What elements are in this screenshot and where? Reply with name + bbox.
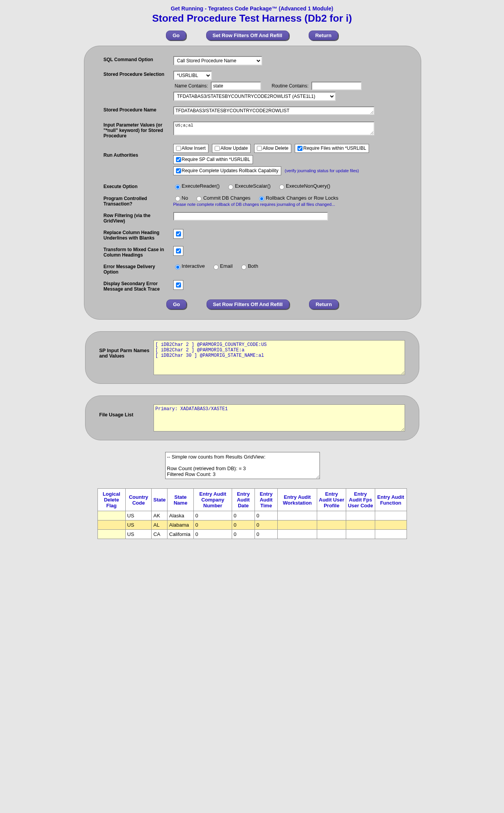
bottom-button-row: Go Set Row Filters Off And Refill Return (104, 300, 401, 309)
grid-cell (97, 511, 125, 520)
grid-header: Entry Audit User Profile (317, 489, 346, 511)
grid-header: State Name (167, 489, 194, 511)
table-row: USALAlabama000 (97, 520, 407, 530)
label-transform-mixed: Transform to Mixed Case in Column Headin… (104, 246, 173, 258)
refill-button[interactable]: Set Row Filters Off And Refill (206, 31, 289, 40)
grid-cell (346, 530, 375, 539)
go-button-bottom[interactable]: Go (166, 300, 186, 309)
grid-cell (375, 511, 407, 520)
grid-cell: 0 (255, 520, 277, 530)
grid-header: Entry Audit Fps User Code (346, 489, 375, 511)
table-row: USAKAlaska000 (97, 511, 407, 520)
routine-contains-input[interactable] (311, 82, 362, 90)
sql-option-select[interactable]: Call Stored Procedure Name (173, 56, 262, 65)
grid-cell: 0 (194, 520, 232, 530)
name-contains-input[interactable] (211, 82, 261, 90)
top-button-row: Go Set Row Filters Off And Refill Return (84, 31, 420, 40)
allow-insert-check[interactable] (176, 146, 181, 151)
go-button[interactable]: Go (166, 31, 186, 40)
grid-cell (375, 530, 407, 539)
allow-insert-label: Allow Insert (182, 145, 206, 151)
label-name-contains: Name Contains: (175, 83, 208, 89)
row-counts-textarea[interactable]: -- Simple row counts from Results GridVi… (165, 452, 320, 479)
grid-header: Entry Audit Workstation (278, 489, 317, 511)
grid-header: Entry Audit Date (232, 489, 255, 511)
require-files-check[interactable] (297, 146, 302, 151)
return-button[interactable]: Return (309, 31, 338, 40)
grid-cell (317, 520, 346, 530)
rowfilter-input[interactable] (173, 212, 328, 221)
file-usage-textarea[interactable]: Primary: XADATABAS3/XASTE1 (154, 404, 405, 431)
allow-update-label: Allow Update (220, 145, 248, 151)
label-file-usage: File Usage List (99, 404, 154, 418)
grid-cell (97, 530, 125, 539)
grid-header: Entry Audit Time (255, 489, 277, 511)
label-routine-contains: Routine Contains: (272, 83, 308, 89)
label-exec-option: Execute Option (104, 183, 173, 189)
grid-cell: 0 (194, 530, 232, 539)
err-both-option[interactable]: Both (239, 263, 258, 269)
input-parms-textarea[interactable]: US;a;al (173, 122, 374, 135)
label-sp-selection: Stored Procedure Selection (104, 71, 173, 77)
grid-cell (375, 520, 407, 530)
grid-cell: US (125, 530, 152, 539)
grid-cell: Alaska (167, 511, 194, 520)
grid-cell: 0 (255, 511, 277, 520)
sp-name-input[interactable]: TFDATABAS3/STATESBYCOUNTRYCODE2ROWLIST (173, 106, 374, 115)
label-display-secondary: Display Secondary Error Message and Stac… (104, 280, 173, 292)
grid-cell: 0 (194, 511, 232, 520)
err-email-option[interactable]: Email (212, 263, 233, 269)
refill-button-bottom[interactable]: Set Row Filters Off And Refill (207, 300, 289, 309)
results-grid: Logical Delete FlagCountry CodeStateStat… (97, 488, 407, 539)
table-row: USCACalifornia000 (97, 530, 407, 539)
grid-header: Country Code (125, 489, 152, 511)
grid-cell: Alabama (167, 520, 194, 530)
grid-cell: 0 (232, 530, 255, 539)
allow-update-check[interactable] (215, 146, 220, 151)
grid-header: Entry Audit Function (375, 489, 407, 511)
grid-cell (278, 530, 317, 539)
allow-delete-check[interactable] (257, 146, 262, 151)
exec-nonquery-option[interactable]: ExecuteNonQuery() (277, 183, 330, 189)
return-button-bottom[interactable]: Return (309, 300, 338, 309)
grid-header: Entry Audit Company Number (194, 489, 232, 511)
replace-heading-check[interactable] (176, 231, 181, 236)
lib-select[interactable]: *USRLIBL (173, 71, 212, 80)
require-sp-label: Require SP Call within *USRLIBL (182, 157, 250, 162)
require-rollback-check[interactable] (176, 168, 181, 173)
allow-delete-label: Allow Delete (263, 145, 289, 151)
sp-dropdown[interactable]: TFDATABAS3/STATESBYCOUNTRYCODE2ROWLIST (… (173, 92, 336, 101)
label-err-delivery: Error Message Delivery Option (104, 263, 173, 275)
grid-cell: 0 (232, 511, 255, 520)
display-secondary-check[interactable] (176, 282, 181, 288)
sp-input-parms-textarea[interactable]: [ iDB2Char 2 ] @PARMORIG_COUNTRY_CODE:US… (154, 340, 405, 375)
exec-scalar-option[interactable]: ExecuteScalar() (226, 183, 270, 189)
grid-cell (278, 511, 317, 520)
grid-cell (317, 530, 346, 539)
grid-cell (97, 520, 125, 530)
require-sp-check[interactable] (176, 157, 181, 162)
results-grid-wrap: Logical Delete FlagCountry CodeStateStat… (97, 488, 407, 539)
header-superscript: Get Running - Tegratecs Code Package™ (A… (84, 5, 420, 12)
rollback-note: (verify journaling status for update fil… (285, 168, 359, 173)
label-sp-input-parms: SP Input Parm Names and Values (99, 340, 154, 359)
grid-cell: AL (152, 520, 167, 530)
grid-cell: CA (152, 530, 167, 539)
grid-cell: AK (152, 511, 167, 520)
label-replace-heading: Replace Column Heading Underlines with B… (104, 229, 173, 241)
grid-header: State (152, 489, 167, 511)
page-title: Stored Procedure Test Harness (Db2 for i… (84, 12, 420, 24)
transform-mixed-check[interactable] (176, 248, 181, 253)
grid-cell (317, 511, 346, 520)
pct-commit-option[interactable]: Commit DB Changes (195, 195, 250, 201)
grid-cell: 0 (232, 520, 255, 530)
err-interactive-option[interactable]: Interactive (173, 263, 205, 269)
sp-input-parms-panel: SP Input Parm Names and Values [ iDB2Cha… (85, 331, 419, 384)
exec-reader-option[interactable]: ExecuteReader() (173, 183, 220, 189)
grid-cell (346, 520, 375, 530)
pct-no-option[interactable]: No (173, 195, 188, 201)
pct-rollback-option[interactable]: Rollback Changes or Row Locks (257, 195, 338, 201)
label-sp-name: Stored Procedure Name (104, 106, 173, 113)
grid-header: Logical Delete Flag (97, 489, 125, 511)
grid-cell (346, 511, 375, 520)
